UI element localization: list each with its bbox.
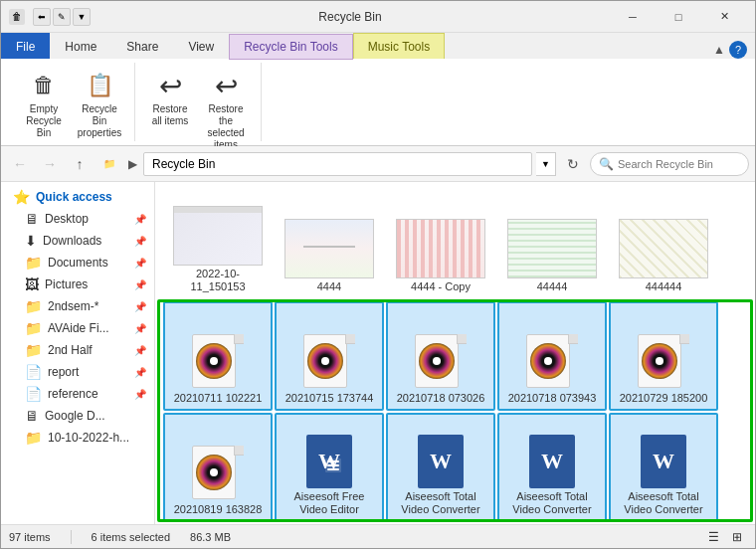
tab-home[interactable]: Home <box>50 33 111 59</box>
file-icon-large <box>415 334 467 390</box>
sidebar-item-downloads[interactable]: ⬇ Downloads 📌 <box>1 230 154 252</box>
sidebar-item-label: reference <box>48 387 98 401</box>
details-view-button[interactable]: ⊞ <box>727 527 747 547</box>
sidebar-item-label: AVAide Fi... <box>48 321 109 335</box>
file-item-20221011[interactable]: 2022-10-11_150153 <box>163 190 273 299</box>
path-separator: ▶ <box>126 157 139 171</box>
downloads-icon: ⬇ <box>25 233 37 249</box>
maximize-button[interactable]: □ <box>656 1 701 33</box>
ribbon-manage-items: 🗑 EmptyRecycle Bin 📋 Recycle Binproperti… <box>17 63 126 144</box>
restore-all-button[interactable]: ↩ Restoreall items <box>143 65 197 132</box>
tab-file[interactable]: File <box>1 33 50 59</box>
sidebar-item-avaide[interactable]: 📁 AVAide Fi... 📌 <box>1 317 154 339</box>
tab-music-tools[interactable]: Music Tools <box>353 33 445 59</box>
file-name: 2022-10-11_150153 <box>169 268 267 293</box>
file-item-aiseesoft-total-1[interactable]: W Aiseesoft Total Video Converter <box>386 413 495 522</box>
qs-btn-2[interactable]: ✎ <box>53 8 71 26</box>
tab-recycle-bin-tools[interactable]: Recycle Bin Tools <box>229 34 353 60</box>
forward-button[interactable]: → <box>37 151 63 177</box>
file-item-20210718b[interactable]: 20210718 073943 <box>497 301 607 411</box>
restore-all-icon: ↩ <box>154 70 186 101</box>
file-item-20210729[interactable]: 20210729 185200 <box>609 301 718 411</box>
sidebar-item-label: report <box>48 365 79 379</box>
title-controls: ─ □ ✕ <box>610 1 747 33</box>
file-name: Aiseesoft Total Video Converter <box>392 490 489 516</box>
restore-selected-icon: ↩ <box>210 70 242 101</box>
sidebar-item-label: 2ndsem-* <box>48 299 98 313</box>
sidebar-item-reference[interactable]: 📄 reference 📌 <box>1 383 154 405</box>
sidebar-item-label: Quick access <box>36 190 112 204</box>
file-name: 4444 - Copy <box>411 280 471 293</box>
address-dropdown-button[interactable]: ▼ <box>536 152 556 176</box>
file-thumbnail <box>507 219 597 278</box>
list-view-button[interactable]: ☰ <box>703 527 723 547</box>
sidebar-item-desktop[interactable]: 🖥 Desktop 📌 <box>1 208 154 230</box>
file-item-aiseesoft-total-2[interactable]: W Aiseesoft Total Video Converter <box>497 413 607 522</box>
sidebar-item-10102022[interactable]: 📁 10-10-2022-h... <box>1 427 154 449</box>
search-input[interactable] <box>618 158 740 170</box>
close-button[interactable]: ✕ <box>701 1 747 33</box>
quick-access-toolbar: ⬅ ✎ ▼ <box>33 8 91 26</box>
sidebar-item-label: Desktop <box>45 212 89 226</box>
properties-label: Recycle Binproperties <box>76 103 123 139</box>
file-icon-large <box>192 334 244 390</box>
empty-recycle-bin-label: EmptyRecycle Bin <box>20 103 68 139</box>
file-item-4444[interactable]: 4444 <box>275 190 384 299</box>
file-name: 444444 <box>646 280 682 293</box>
help-button[interactable]: ? <box>729 41 747 59</box>
folder-icon: 📁 <box>25 430 42 446</box>
status-bar: 97 items 6 items selected 86.3 MB ☰ ⊞ <box>1 524 755 548</box>
file-item-aiseesoft-free[interactable]: W Aiseesoft Free Video Editor <box>275 413 384 522</box>
restore-selected-button[interactable]: ↩ Restore theselected items <box>199 65 253 156</box>
file-thumbnail <box>619 219 708 278</box>
back-button[interactable]: ← <box>7 151 33 177</box>
sidebar-item-report[interactable]: 📄 report 📌 <box>1 361 154 383</box>
folder-icon: 📁 <box>25 298 42 314</box>
file-item-aiseesoft-total-3[interactable]: W Aiseesoft Total Video Converter <box>609 413 718 522</box>
sidebar-item-documents[interactable]: 📁 Documents 📌 <box>1 252 154 274</box>
file-item-44444[interactable]: 44444 <box>497 190 607 299</box>
empty-recycle-bin-icon: 🗑 <box>28 70 60 101</box>
pin-icon: 📌 <box>134 367 146 378</box>
file-name: Aiseesoft Total Video Converter <box>503 490 601 516</box>
address-path-text: Recycle Bin <box>152 157 215 171</box>
sidebar-item-pictures[interactable]: 🖼 Pictures 📌 <box>1 274 154 295</box>
pc-icon: 🖥 <box>25 408 39 424</box>
ribbon-collapse-btn[interactable]: ▲ <box>713 43 725 57</box>
tab-share[interactable]: Share <box>111 33 173 59</box>
tab-view[interactable]: View <box>173 33 229 59</box>
pin-icon: 📌 <box>134 345 146 356</box>
selected-count: 6 items selected <box>92 531 170 543</box>
sidebar-item-2ndsem[interactable]: 📁 2ndsem-* 📌 <box>1 295 154 317</box>
file-icon-large: W <box>306 435 352 488</box>
file-item-444444[interactable]: 444444 <box>609 190 718 299</box>
file-thumbnail <box>396 219 485 278</box>
pin-icon: 📌 <box>134 214 146 225</box>
file-area[interactable]: 2022-10-11_150153 4444 4444 - Copy <box>155 182 755 524</box>
sidebar-item-quick-access[interactable]: ⭐ Quick access <box>1 186 154 208</box>
quick-access-icon: ⭐ <box>13 189 30 205</box>
qs-btn-1[interactable]: ⬅ <box>33 8 51 26</box>
file-name: 20210718 073026 <box>397 392 485 405</box>
file-thumbnail <box>284 219 374 278</box>
up-button[interactable]: ↑ <box>67 151 93 177</box>
recent-locations-button[interactable]: 📁 <box>96 151 122 177</box>
empty-recycle-bin-button[interactable]: 🗑 EmptyRecycle Bin <box>17 65 71 144</box>
minimize-button[interactable]: ─ <box>610 1 656 33</box>
file-item-20210711[interactable]: 20210711 102221 <box>163 301 273 411</box>
pin-icon: 📌 <box>134 258 146 269</box>
address-path[interactable]: Recycle Bin <box>143 152 532 176</box>
qs-dropdown[interactable]: ▼ <box>73 8 91 26</box>
search-box[interactable]: 🔍 <box>590 152 749 176</box>
window: 🗑 ⬅ ✎ ▼ Recycle Bin ─ □ ✕ File Home Shar… <box>0 0 756 549</box>
file-item-20210715[interactable]: 20210715 173744 <box>275 301 384 411</box>
sidebar-item-google-d[interactable]: 🖥 Google D... <box>1 405 154 427</box>
file-item-4444copy[interactable]: 4444 - Copy <box>386 190 495 299</box>
pin-icon: 📌 <box>134 323 146 334</box>
documents-icon: 📁 <box>25 255 42 271</box>
file-item-20210819[interactable]: 20210819 163828 <box>163 413 273 522</box>
recycle-bin-properties-button[interactable]: 📋 Recycle Binproperties <box>73 65 126 144</box>
refresh-button[interactable]: ↻ <box>560 151 586 177</box>
file-item-20210718a[interactable]: 20210718 073026 <box>386 301 495 411</box>
sidebar-item-2ndhalf[interactable]: 📁 2nd Half 📌 <box>1 339 154 361</box>
